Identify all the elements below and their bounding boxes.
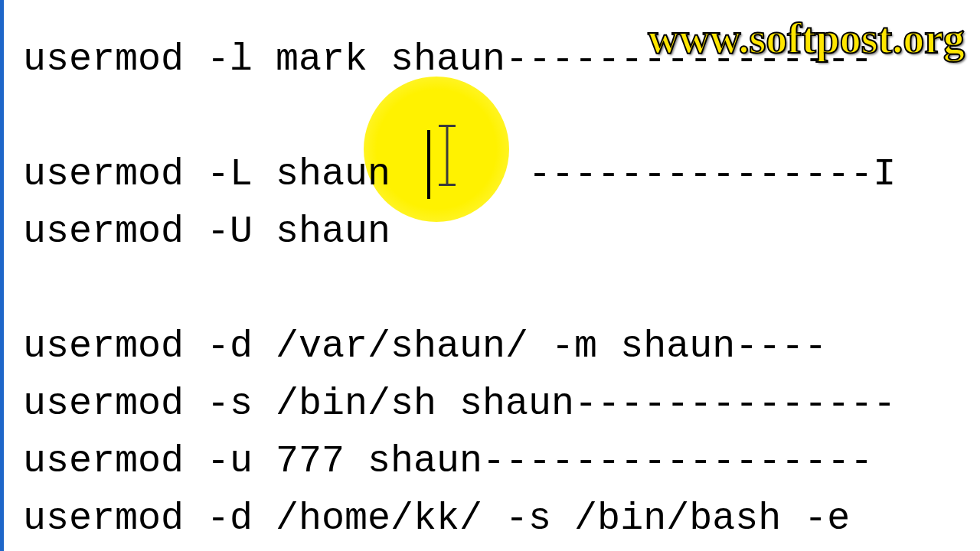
cmd-text: usermod -s /bin/sh shaun xyxy=(23,385,574,423)
blank-line xyxy=(23,260,980,318)
cmd-text: usermod -L shaun xyxy=(23,155,390,194)
dash-text: ---- xyxy=(735,328,827,366)
code-line-3: usermod -U shaun xyxy=(23,203,980,260)
ibeam-cursor-icon xyxy=(439,119,456,191)
code-line-6: usermod -u 777 shaun ----------------- xyxy=(23,432,980,490)
cmd-text: usermod -U shaun xyxy=(23,213,390,251)
code-line-4: usermod -d /var/shaun/ -m shaun ---- xyxy=(23,318,980,375)
text-caret xyxy=(427,130,430,199)
code-line-7: usermod -d /home/kk/ -s /bin/bash -e xyxy=(23,490,980,547)
code-line-2: usermod -L shaun ---------------I xyxy=(23,145,980,203)
document-viewport: www.softpost.org usermod -l mark shaun -… xyxy=(0,0,980,551)
code-line-5: usermod -s /bin/sh shaun -------------- xyxy=(23,375,980,432)
dash-text: -------------- xyxy=(574,385,896,423)
dash-text: ----------------- xyxy=(482,442,873,481)
watermark-text: www.softpost.org xyxy=(648,14,965,63)
cmd-text: usermod -l mark shaun xyxy=(23,41,505,79)
dash-text: ---------------I xyxy=(528,155,896,194)
cmd-text: usermod -d /home/kk/ -s /bin/bash -e xyxy=(23,500,850,538)
text-content[interactable]: usermod -l mark shaun ---------------- u… xyxy=(23,31,980,547)
cmd-text: usermod -u 777 shaun xyxy=(23,442,482,481)
blank-line xyxy=(23,88,980,145)
cmd-text: usermod -d /var/shaun/ -m shaun xyxy=(23,328,735,366)
